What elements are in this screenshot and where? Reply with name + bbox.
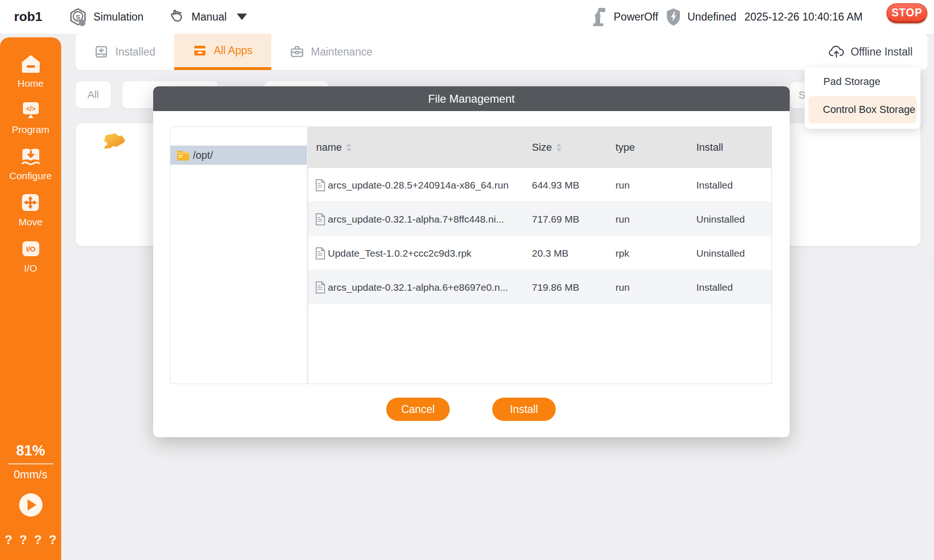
file-icon [315,247,326,260]
home-icon [20,53,42,75]
question-mark-icon[interactable]: ? [34,533,42,547]
dialog-header: File Management [153,86,790,111]
menu-item-control-box-storage[interactable]: Control Box Storage [808,96,917,123]
folder-icon [176,149,190,161]
hand-manual-icon [167,7,186,26]
mode-selector[interactable]: Manual [167,0,247,34]
datetime: 2025-12-26 10:40:16 AM [744,0,863,34]
offline-install-label: Offline Install [850,46,913,58]
question-mark-icon[interactable]: ? [5,533,13,547]
sort-icon[interactable] [556,142,562,153]
tab-label: All Apps [214,44,253,57]
divider [8,463,53,464]
robot-name-label: rob1 [14,9,42,24]
sidebar-item-label: Configure [9,170,52,182]
sidebar-item-configure[interactable]: Configure [9,146,52,182]
sidebar-nav: Home </> Program Configure [0,37,61,560]
file-icon [315,213,326,226]
file-install-status: Uninstalled [696,202,745,236]
offline-install-button[interactable]: Offline Install [828,34,927,70]
cloud-upload-icon [828,45,844,59]
column-header-install[interactable]: Install [696,141,723,154]
simulation-icon: S [68,7,88,27]
file-type: run [616,270,630,304]
tab-all-apps[interactable]: All Apps [174,34,271,70]
app-install-button[interactable]: Install [929,258,934,280]
simulation-label: Simulation [93,11,143,23]
help-marks: ? ? ? ? [0,533,61,547]
tab-maintenance[interactable]: Maintenance [271,34,391,70]
file-install-status: Installed [696,270,733,304]
safety-status[interactable]: Undefined [665,0,736,34]
power-status-label: PowerOff [614,11,658,23]
configure-icon [20,146,42,167]
file-icon [315,179,326,192]
sidebar-item-io[interactable]: I/O I/O [20,238,42,274]
tab-installed[interactable]: Installed [76,34,174,70]
file-icon [315,281,326,294]
filter-chip-all[interactable]: All [76,81,111,108]
safety-status-label: Undefined [687,11,736,23]
svg-text:I/O: I/O [26,245,35,253]
simulation-status[interactable]: S Simulation [68,0,143,34]
datetime-label: 2025-12-26 10:40:16 AM [744,11,863,23]
sidebar-item-home[interactable]: Home [17,53,43,89]
file-type: run [616,168,630,202]
maintenance-icon [290,45,304,59]
robot-name: rob1 [14,0,42,34]
column-header-name[interactable]: name [316,141,352,154]
robot-power-icon [589,7,608,27]
offline-install-menu: Pad Storage Control Box Storage [805,67,920,129]
sidebar-item-label: Program [12,124,50,135]
speed-percent: 81% [0,442,61,459]
column-header-size[interactable]: Size [532,141,562,154]
folder-path-label: /opt/ [193,149,213,161]
power-status[interactable]: PowerOff [589,0,658,34]
column-label: type [616,141,635,154]
tab-label: Installed [115,46,156,58]
tree-item-opt[interactable]: /opt/ [170,146,307,165]
column-label: Size [532,141,552,154]
table-row[interactable]: arcs_update-0.32.1-alpha.7+8ffc448.ni...… [308,202,771,236]
stop-button[interactable]: STOP [886,3,927,23]
file-size: 717.69 MB [532,202,580,236]
play-icon [28,499,36,511]
menu-item-pad-storage[interactable]: Pad Storage [823,67,880,96]
puzzle-icon [99,132,127,158]
file-size: 719.86 MB [532,270,580,304]
all-apps-icon [193,43,207,57]
file-size: 644.93 MB [532,168,580,202]
table-header-row: name Size type Install [308,127,771,168]
sidebar-item-label: Home [17,78,43,89]
tab-label: Maintenance [311,46,373,58]
top-bar: rob1 S Simulation Manual [0,0,934,34]
chevron-down-icon[interactable] [237,14,247,20]
sidebar-item-label: I/O [24,263,37,274]
play-button[interactable] [19,493,42,517]
sort-icon[interactable] [346,142,352,153]
mode-label: Manual [191,11,226,23]
file-type: run [616,202,630,236]
sidebar-item-label: Move [19,217,42,228]
speed-value: 0mm/s [0,468,61,481]
speed-indicator[interactable]: 81% 0mm/s [0,442,61,481]
svg-text:S: S [76,13,80,21]
file-name: arcs_update-0.32.1-alpha.6+e8697e0.n... [328,282,508,293]
apps-tab-bar: Installed All Apps Maintenance [76,34,927,70]
io-icon: I/O [20,238,42,259]
cancel-button[interactable]: Cancel [386,398,450,421]
install-button[interactable]: Install [492,398,556,421]
table-row[interactable]: arcs_update-0.32.1-alpha.6+e8697e0.n... … [308,270,771,304]
question-mark-icon[interactable]: ? [49,533,57,547]
column-header-type[interactable]: type [616,141,635,154]
file-name: Update_Test-1.0.2+ccc2c9d3.rpk [328,248,472,259]
table-row[interactable]: arcs_update-0.28.5+240914a-x86_64.run 64… [308,168,771,202]
file-install-status: Installed [696,168,733,202]
file-type: rpk [616,236,629,270]
sidebar-item-program[interactable]: </> Program [12,99,50,135]
file-management-dialog: File Management /opt/ name [153,86,790,437]
table-row[interactable]: Update_Test-1.0.2+ccc2c9d3.rpk 20.3 MB r… [308,236,771,270]
question-mark-icon[interactable]: ? [20,533,28,547]
sidebar-item-move[interactable]: Move [19,192,42,228]
dialog-title: File Management [428,92,515,105]
